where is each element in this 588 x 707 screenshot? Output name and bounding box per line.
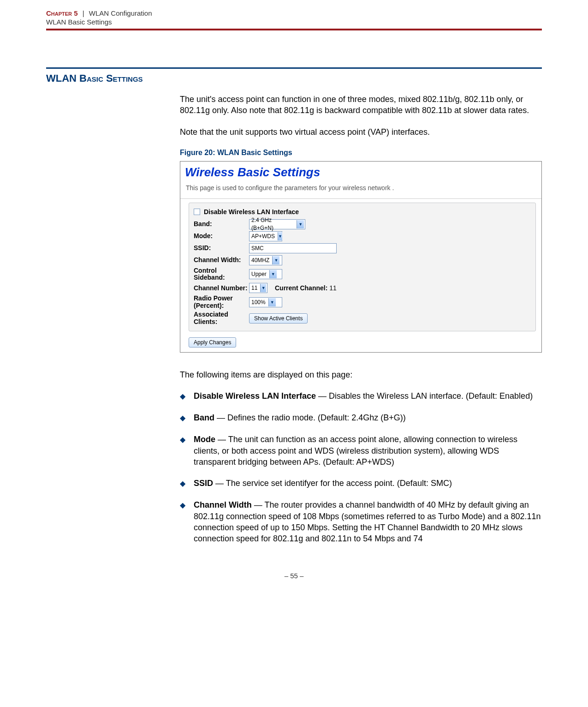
chevron-down-icon: ▼ <box>272 256 279 264</box>
bullet-icon: ◆ <box>180 478 185 489</box>
list-item: ◆ Channel Width — The router provides a … <box>180 499 542 544</box>
disable-wlan-label: Disable Wireless LAN Interface <box>204 208 299 216</box>
control-sideband-select[interactable]: Upper ▼ <box>249 269 282 279</box>
radio-power-select[interactable]: 100% ▼ <box>249 297 282 307</box>
bullet-icon: ◆ <box>180 413 185 424</box>
band-value: 2.4 GHz (B+G+N) <box>251 216 294 231</box>
mode-label: Mode: <box>194 233 249 240</box>
page-header: Chapter 5 | WLAN Configuration <box>46 9 542 17</box>
screenshot-title: Wireless Basic Settings <box>180 162 541 182</box>
section-rule <box>46 67 542 69</box>
item-body: Channel Width — The router provides a ch… <box>194 499 542 544</box>
header-rule <box>46 29 542 30</box>
bullet-icon: ◆ <box>180 391 185 402</box>
associated-clients-label: Associated Clients: <box>194 311 249 325</box>
list-item: ◆ Mode — The unit can function as an acc… <box>180 434 542 467</box>
list-item: ◆ Disable Wireless LAN Interface — Disab… <box>180 390 542 402</box>
chevron-down-icon: ▼ <box>268 298 276 306</box>
channel-width-value: 40MHZ <box>251 257 269 264</box>
apply-changes-button[interactable]: Apply Changes <box>189 337 236 348</box>
ssid-input[interactable] <box>249 243 337 253</box>
current-channel-value: 11 <box>329 284 337 292</box>
item-text: — The service set identifyer for the acc… <box>213 479 452 488</box>
figure-caption: Figure 20: WLAN Basic Settings <box>180 148 542 158</box>
header-title: WLAN Configuration <box>89 9 152 17</box>
items-intro: The following items are displayed on thi… <box>180 369 542 380</box>
mode-select[interactable]: AP+WDS ▼ <box>249 231 282 241</box>
settings-form: Disable Wireless LAN Interface Band: 2.4… <box>189 203 536 331</box>
channel-number-value: 11 <box>251 284 257 292</box>
item-text: — The unit can function as an access poi… <box>194 435 517 467</box>
show-active-clients-button[interactable]: Show Active Clients <box>249 313 308 324</box>
page-subheader: WLAN Basic Settings <box>46 18 542 26</box>
band-select[interactable]: 2.4 GHz (B+G+N) ▼ <box>249 219 305 229</box>
control-sideband-value: Upper <box>251 270 267 278</box>
bullet-icon: ◆ <box>180 434 185 467</box>
item-title: Band <box>194 413 214 422</box>
bullet-icon: ◆ <box>180 500 185 544</box>
page-number: – 55 – <box>46 572 542 580</box>
chevron-down-icon: ▼ <box>278 232 282 240</box>
section-title: WLAN Basic Settings <box>46 72 542 84</box>
channel-width-select[interactable]: 40MHZ ▼ <box>249 255 282 265</box>
chevron-down-icon: ▼ <box>260 284 266 292</box>
item-title: Disable Wireless LAN Interface <box>194 391 316 401</box>
radio-power-label: Radio Power (Percent): <box>194 295 249 309</box>
chapter-label: Chapter 5 <box>46 9 78 17</box>
disable-wlan-checkbox[interactable] <box>194 209 200 215</box>
list-item: ◆ Band — Defines the radio mode. (Defaul… <box>180 412 542 424</box>
chevron-down-icon: ▼ <box>297 220 304 228</box>
header-separator: | <box>83 9 84 17</box>
intro-paragraph-1: The unit's access point can function in … <box>180 94 542 116</box>
wlan-settings-screenshot: Wireless Basic Settings This page is use… <box>180 161 542 353</box>
item-body: Band — Defines the radio mode. (Default:… <box>194 412 406 424</box>
item-title: Channel Width <box>194 500 252 509</box>
item-body: Disable Wireless LAN Interface — Disable… <box>194 390 533 402</box>
channel-number-select[interactable]: 11 ▼ <box>249 283 267 293</box>
item-text: — Defines the radio mode. (Default: 2.4G… <box>214 413 406 422</box>
radio-power-value: 100% <box>251 299 266 306</box>
item-body: SSID — The service set identifyer for th… <box>194 478 452 489</box>
chevron-down-icon: ▼ <box>269 270 277 278</box>
channel-width-label: Channel Width: <box>194 257 249 264</box>
control-sideband-label: Control Sideband: <box>194 267 249 282</box>
item-text: — Disables the Wireless LAN interface. (… <box>316 391 533 401</box>
current-channel: Current Channel: 11 <box>275 284 337 293</box>
band-label: Band: <box>194 221 249 228</box>
intro-paragraph-2: Note that the unit supports two virtual … <box>180 126 542 138</box>
mode-value: AP+WDS <box>251 233 275 240</box>
screenshot-description: This page is used to configure the param… <box>180 183 541 199</box>
channel-number-label: Channel Number: <box>194 285 249 292</box>
list-item: ◆ SSID — The service set identifyer for … <box>180 478 542 489</box>
item-title: SSID <box>194 479 213 488</box>
item-list: ◆ Disable Wireless LAN Interface — Disab… <box>180 390 542 544</box>
current-channel-label: Current Channel: <box>275 284 327 292</box>
ssid-label: SSID: <box>194 245 249 252</box>
item-title: Mode <box>194 435 215 444</box>
item-body: Mode — The unit can function as an acces… <box>194 434 542 467</box>
